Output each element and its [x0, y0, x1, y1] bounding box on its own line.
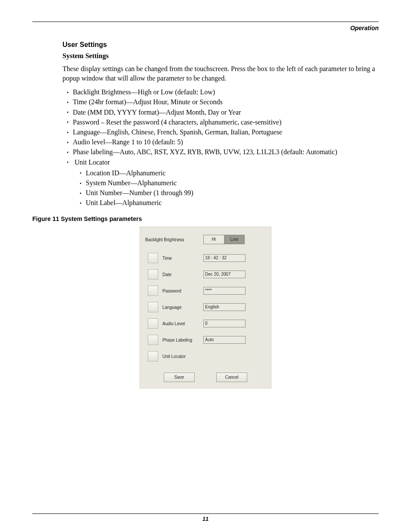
- list-item: Unit Label—Alphanumeric: [81, 198, 379, 208]
- list-item: Language—English, Chinese, French, Spani…: [68, 127, 379, 137]
- audio-label: Audio Level: [162, 321, 203, 326]
- time-box[interactable]: [148, 253, 158, 263]
- list-item: Date (MM DD, YYYY format)—Adjust Month, …: [68, 107, 379, 117]
- backlight-low-option[interactable]: Low: [224, 235, 245, 244]
- list-item: Unit Number—Number (1 through 99): [81, 188, 379, 198]
- date-box[interactable]: [148, 269, 158, 280]
- heading-system-settings: System Settings: [62, 52, 379, 60]
- locator-box[interactable]: [148, 351, 158, 361]
- list-item: Password – Reset the password (4 charact…: [68, 117, 379, 127]
- backlight-toggle[interactable]: Hi Low: [203, 235, 245, 244]
- page-number: 11: [32, 516, 379, 522]
- section-header: Operation: [32, 25, 379, 31]
- list-item: Audio level—Range 1 to 10 (default: 5): [68, 137, 379, 147]
- language-box[interactable]: [148, 302, 158, 312]
- audio-box[interactable]: [148, 318, 158, 329]
- intro-paragraph: These display settings can be changed fr…: [62, 64, 379, 83]
- time-label: Time: [162, 256, 203, 261]
- date-label: Date: [162, 272, 203, 277]
- list-item: Time (24hr format)—Adjust Hour, Minute o…: [68, 97, 379, 107]
- phase-label: Phase Labeling: [162, 338, 203, 342]
- password-label: Password: [162, 289, 203, 293]
- settings-list: Backlight Brightness—High or Low (defaul…: [62, 87, 379, 208]
- cancel-button[interactable]: Cancel: [216, 373, 247, 382]
- backlight-hi-option[interactable]: Hi: [204, 235, 224, 244]
- figure-caption: Figure 11 System Settings parameters: [32, 215, 379, 222]
- sub-list: Location ID—Alphanumeric System Number—A…: [68, 168, 379, 208]
- password-box[interactable]: [148, 286, 158, 296]
- list-item: Unit Locator Location ID—Alphanumeric Sy…: [68, 157, 379, 208]
- phase-box[interactable]: [148, 335, 158, 345]
- time-value[interactable]: 18 : 42 : 32: [203, 254, 246, 262]
- list-item: Location ID—Alphanumeric: [81, 168, 379, 178]
- heading-user-settings: User Settings: [62, 41, 379, 49]
- list-item: System Number—Alphanumeric: [81, 178, 379, 188]
- locator-label: Unit Locator: [162, 354, 203, 359]
- settings-panel: Backlight Brightness Hi Low Time 18 : 42…: [140, 227, 271, 389]
- backlight-label: Backlight Brightness: [145, 237, 203, 242]
- date-value[interactable]: Dec 20, 2007: [203, 271, 246, 278]
- audio-value[interactable]: 0: [203, 320, 246, 327]
- list-item-label: Unit Locator: [75, 159, 110, 166]
- list-item: Phase labeling—Auto, ABC, RST, XYZ, RYB,…: [68, 147, 379, 157]
- save-button[interactable]: Save: [164, 373, 195, 382]
- password-value[interactable]: ****: [203, 287, 246, 295]
- language-value[interactable]: English: [203, 303, 246, 311]
- list-item: Backlight Brightness—High or Low (defaul…: [68, 87, 379, 97]
- phase-value[interactable]: Auto: [203, 336, 246, 344]
- language-label: Language: [162, 305, 203, 310]
